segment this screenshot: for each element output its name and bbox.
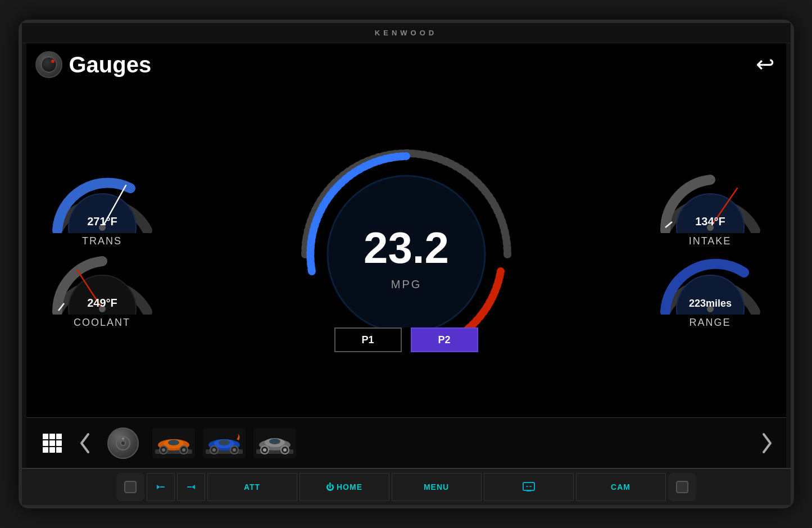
- page-title: Gauges: [69, 52, 152, 78]
- nav-right-chevron[interactable]: [757, 426, 777, 460]
- intake-gauge-svg: 134°F: [654, 171, 766, 233]
- svg-text:23.2: 23.2: [364, 223, 449, 272]
- att-button[interactable]: ATT: [207, 473, 297, 501]
- svg-rect-28: [56, 447, 62, 453]
- cam-button[interactable]: CAM: [576, 473, 666, 501]
- left-gauges: 271°F TRANS: [38, 171, 167, 329]
- range-arc-container: 223miles: [654, 253, 766, 315]
- svg-point-30: [122, 438, 124, 440]
- coolant-arc-container: 249°F: [46, 253, 158, 315]
- mpg-gauge-container: 23.2 MPG: [288, 136, 524, 327]
- nav-left-chevron[interactable]: [75, 426, 95, 460]
- head-unit: KENWOOD Gauges ↩: [19, 20, 794, 508]
- trans-label: TRANS: [82, 235, 122, 247]
- vol-up-button[interactable]: [177, 473, 205, 501]
- power-icon: ⏻: [326, 483, 334, 491]
- nav-app-car3[interactable]: [252, 425, 297, 461]
- svg-point-36: [168, 440, 179, 445]
- intake-arc-container: 134°F: [654, 171, 766, 233]
- intake-label: INTAKE: [689, 235, 732, 247]
- svg-rect-26: [43, 447, 48, 453]
- svg-point-49: [233, 448, 236, 452]
- header: Gauges ↩: [26, 43, 786, 83]
- center-gauge: 23.2 MPG P1 P2: [167, 136, 646, 363]
- svg-point-31: [121, 441, 125, 445]
- coolant-gauge-svg: 249°F: [46, 253, 158, 315]
- svg-text:249°F: 249°F: [87, 297, 117, 309]
- home-label: HOME: [337, 483, 362, 491]
- svg-rect-24: [49, 440, 55, 446]
- screen-content: Gauges ↩: [26, 43, 786, 417]
- svg-rect-65: [527, 490, 531, 491]
- vol-down-button[interactable]: [147, 473, 175, 501]
- gauges-area: 271°F TRANS: [26, 83, 786, 417]
- main-screen: Gauges ↩: [26, 43, 786, 417]
- svg-point-45: [219, 440, 230, 445]
- trans-gauge-svg: 271°F: [46, 171, 158, 233]
- coolant-label: COOLANT: [74, 317, 130, 329]
- car-icon-3-svg: [253, 428, 296, 458]
- nav-knob: [107, 427, 139, 459]
- svg-point-57: [263, 448, 266, 452]
- svg-point-40: [182, 448, 185, 452]
- svg-point-39: [162, 448, 165, 452]
- brand-bar: KENWOOD: [22, 23, 791, 43]
- svg-rect-23: [43, 440, 48, 446]
- svg-marker-62: [192, 485, 195, 489]
- svg-rect-64: [523, 483, 534, 490]
- icon-red-dot: [51, 60, 55, 63]
- svg-point-48: [212, 448, 216, 452]
- svg-point-58: [283, 448, 287, 452]
- trans-gauge[interactable]: 271°F TRANS: [38, 171, 167, 247]
- hw-buttons-row: ATT ⏻ HOME MENU CAM: [22, 468, 791, 505]
- gauges-icon[interactable]: [35, 51, 62, 78]
- svg-rect-21: [49, 434, 55, 439]
- range-gauge-svg: 223miles: [654, 253, 766, 315]
- svg-rect-20: [43, 434, 48, 439]
- nav-app-car2[interactable]: [202, 425, 247, 461]
- svg-text:134°F: 134°F: [695, 215, 725, 227]
- mpg-gauge-svg: 23.2 MPG: [288, 136, 524, 327]
- right-gauges: 134°F INTAKE: [646, 171, 775, 329]
- svg-rect-27: [49, 447, 55, 453]
- trans-arc-container: 271°F: [46, 171, 158, 233]
- svg-text:271°F: 271°F: [87, 215, 117, 227]
- right-corner: [668, 473, 696, 501]
- p1-button[interactable]: P1: [334, 327, 402, 352]
- svg-rect-22: [56, 434, 62, 439]
- back-button[interactable]: ↩: [756, 51, 775, 77]
- coolant-gauge[interactable]: 249°F COOLANT: [38, 253, 167, 329]
- svg-point-54: [269, 439, 280, 444]
- screen-button[interactable]: [484, 473, 574, 501]
- grid-icon[interactable]: [35, 426, 69, 460]
- svg-rect-68: [677, 481, 688, 493]
- page-buttons: P1 P2: [334, 327, 478, 352]
- svg-rect-25: [56, 440, 62, 446]
- brand-label: KENWOOD: [375, 29, 437, 37]
- p2-button[interactable]: P2: [411, 327, 478, 352]
- nav-app-car1[interactable]: [151, 425, 196, 461]
- left-corner: [116, 473, 144, 501]
- svg-rect-59: [125, 481, 136, 493]
- range-gauge[interactable]: 223miles RANGE: [646, 253, 775, 329]
- nav-bar: [26, 417, 786, 468]
- range-label: RANGE: [689, 317, 731, 329]
- menu-button[interactable]: MENU: [392, 473, 482, 501]
- intake-gauge[interactable]: 134°F INTAKE: [646, 171, 775, 247]
- car-icon-1-svg: [152, 428, 195, 458]
- home-button[interactable]: ⏻ HOME: [300, 473, 389, 501]
- svg-text:223miles: 223miles: [688, 298, 731, 309]
- icon-inner: [41, 57, 57, 72]
- svg-text:MPG: MPG: [391, 278, 421, 290]
- car-icon-2-svg: [203, 428, 246, 458]
- svg-marker-60: [157, 485, 160, 489]
- nav-knob-icon[interactable]: [101, 425, 146, 461]
